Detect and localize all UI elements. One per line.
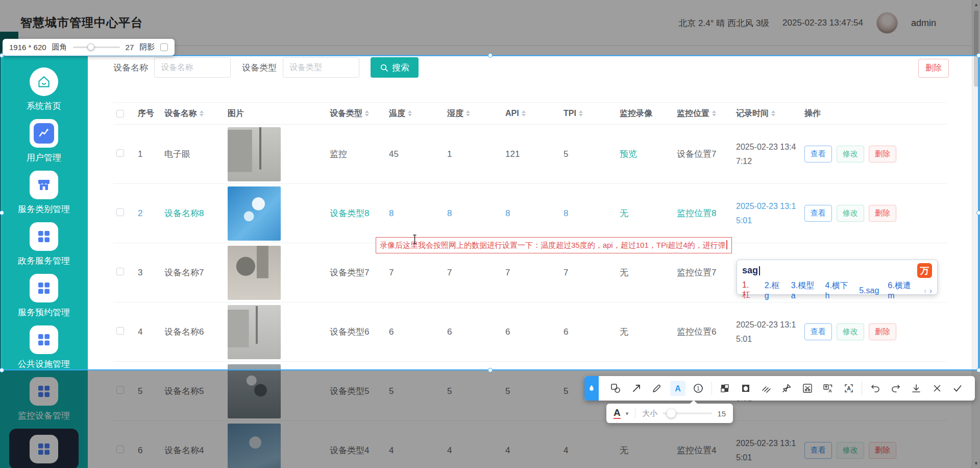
sidebar-item[interactable]: 服务类别管理: [18, 171, 70, 215]
column-header[interactable]: 设备类型: [327, 108, 386, 119]
redo-button[interactable]: [888, 381, 903, 396]
cell-humidity: 1: [444, 149, 502, 159]
corner-radius-slider[interactable]: [73, 46, 120, 48]
cell-operations: 查看 修改 删除: [801, 205, 947, 222]
view-button[interactable]: 查看: [804, 205, 832, 222]
cell-temperature: 7: [386, 268, 444, 278]
blur-tool-button[interactable]: [738, 381, 753, 396]
sort-icons[interactable]: [522, 110, 526, 116]
arrow-tool-button[interactable]: [629, 381, 644, 396]
sort-icons[interactable]: [408, 110, 412, 116]
delete-button[interactable]: 删除: [869, 205, 896, 222]
pin-tool-button[interactable]: [779, 381, 794, 396]
row-checkbox[interactable]: [116, 208, 124, 216]
selection-handle-top-center[interactable]: [488, 53, 493, 58]
column-header[interactable]: TPI: [560, 109, 617, 118]
ime-candidate[interactable]: 5.sag: [859, 286, 879, 295]
column-header[interactable]: 监控录像: [617, 108, 674, 119]
delete-button[interactable]: 删除: [869, 323, 896, 340]
font-size-knob[interactable]: [667, 409, 676, 418]
search-icon: [380, 63, 388, 72]
video-preview-link[interactable]: 无: [620, 268, 628, 277]
sidebar-item[interactable]: 服务预约管理: [18, 274, 70, 318]
crop-tool-button[interactable]: [800, 381, 815, 396]
sort-icons[interactable]: [466, 110, 470, 116]
column-header[interactable]: 设备名称: [161, 108, 225, 119]
font-color-button[interactable]: A: [614, 408, 621, 419]
column-header[interactable]: 温度: [386, 108, 444, 119]
mosaic-tool-button[interactable]: [717, 381, 732, 396]
cell-tpi: 8: [560, 208, 617, 219]
selection-handle-top-right[interactable]: [976, 53, 980, 58]
sort-icons[interactable]: [579, 110, 583, 116]
column-header[interactable]: API: [502, 109, 560, 118]
video-preview-link[interactable]: 无: [620, 208, 628, 218]
column-header[interactable]: 图片: [225, 108, 327, 119]
sidebar-item[interactable]: 公共设施管理: [18, 325, 70, 370]
edit-button[interactable]: 修改: [837, 323, 864, 340]
selection-handle-bottom-right[interactable]: [976, 368, 980, 372]
confirm-button[interactable]: [950, 381, 965, 396]
column-header[interactable]: 湿度: [444, 108, 502, 119]
ime-candidate[interactable]: 4.横下h: [825, 280, 851, 300]
screen: 智慧城市管理中心平台 北京 2.4° 晴 西北风 3级 2025-02-23 1…: [0, 0, 980, 468]
font-size-slider[interactable]: [663, 412, 712, 414]
column-header[interactable]: 监控位置: [674, 108, 733, 119]
translate-tool-button[interactable]: A: [820, 381, 836, 396]
selection-handle-mid-right[interactable]: [976, 210, 980, 215]
row-checkbox[interactable]: [116, 327, 124, 335]
edit-button[interactable]: 修改: [837, 146, 864, 162]
cell-monitor-location: 设备位置7: [674, 148, 733, 160]
ime-brand-icon[interactable]: 万: [917, 263, 932, 278]
hatch-tool-button[interactable]: [758, 381, 774, 396]
device-image[interactable]: [228, 186, 281, 241]
pen-tool-button[interactable]: [649, 381, 665, 396]
step-number-tool-button[interactable]: 1: [691, 381, 706, 396]
shapes-tool-button[interactable]: [608, 381, 623, 396]
undo-button[interactable]: [868, 381, 883, 396]
ime-candidate[interactable]: 2.框g: [765, 280, 782, 300]
shadow-checkbox[interactable]: [160, 43, 168, 51]
sidebar-item[interactable]: 系统首页: [27, 67, 61, 112]
search-button[interactable]: 搜索: [371, 57, 419, 78]
sidebar-item[interactable]: 政务服务管理: [18, 222, 70, 267]
ime-prev-icon[interactable]: ‹: [924, 286, 926, 295]
text-tool-button[interactable]: A: [670, 381, 685, 396]
annotation-text-box[interactable]: 录像后这里我会按照网上的数据进行设置一下：温度超过35度的，api，超过101，…: [376, 237, 732, 253]
column-header[interactable]: 操作: [801, 108, 947, 119]
delete-button[interactable]: 删除: [869, 146, 896, 162]
pin-app-tab[interactable]: [584, 376, 599, 401]
download-button[interactable]: [909, 381, 924, 396]
close-button[interactable]: [929, 381, 945, 396]
column-header[interactable]: 序号: [135, 108, 161, 119]
select-all-checkbox[interactable]: [116, 110, 124, 118]
column-header[interactable]: 记录时间: [733, 108, 801, 119]
device-image[interactable]: [228, 246, 281, 300]
row-checkbox[interactable]: [116, 268, 124, 275]
row-checkbox[interactable]: [116, 149, 124, 157]
sort-icons[interactable]: [712, 110, 716, 116]
ime-next-icon[interactable]: ›: [929, 286, 932, 295]
chevron-down-icon[interactable]: ▾: [626, 410, 629, 417]
slider-knob[interactable]: [87, 43, 94, 51]
device-type-input[interactable]: [283, 57, 359, 78]
sort-icons[interactable]: [365, 110, 369, 116]
sort-icons[interactable]: [200, 110, 204, 116]
device-name-input[interactable]: [154, 57, 231, 78]
video-preview-link[interactable]: 预览: [620, 149, 637, 159]
device-image[interactable]: [228, 127, 281, 181]
batch-delete-button[interactable]: 删除: [918, 59, 949, 78]
cell-seq: 1: [135, 149, 161, 159]
edit-button[interactable]: 修改: [837, 205, 864, 222]
ocr-tool-button[interactable]: A: [841, 381, 856, 396]
device-image[interactable]: [228, 305, 281, 359]
ime-candidate[interactable]: 3.模型a: [791, 280, 817, 300]
view-button[interactable]: 查看: [804, 146, 832, 162]
sidebar-item[interactable]: 用户管理: [27, 119, 61, 163]
video-preview-link[interactable]: 无: [620, 327, 628, 337]
selection-handle-bottom-center[interactable]: [488, 368, 493, 372]
ime-candidate[interactable]: 6.横遭m: [888, 280, 915, 300]
sort-icons[interactable]: [771, 110, 775, 116]
view-button[interactable]: 查看: [804, 323, 832, 340]
ime-candidate[interactable]: 1.杠: [742, 280, 756, 300]
